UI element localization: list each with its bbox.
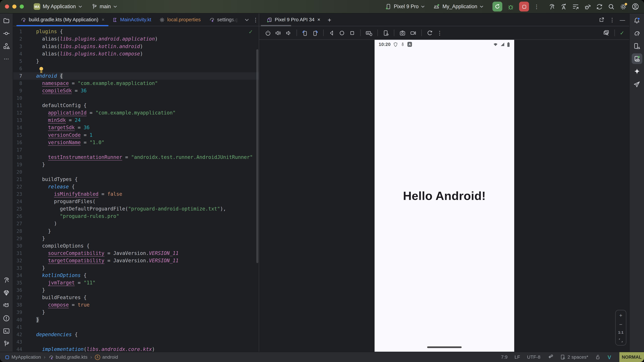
inspections-ok-icon[interactable]: ✓ xyxy=(248,29,253,35)
code-line[interactable]: 19 } xyxy=(13,161,258,168)
close-device-tab-icon[interactable]: × xyxy=(317,17,320,22)
close-tab-icon[interactable]: × xyxy=(102,17,104,22)
code-line[interactable]: 5} xyxy=(13,57,258,65)
code-editor[interactable]: 1plugins {2 alias(libs.plugins.android.a… xyxy=(13,26,258,352)
project-selector[interactable]: MA My Application xyxy=(34,3,82,10)
code-line[interactable]: 21 buildTypes { xyxy=(13,176,258,183)
code-line[interactable]: 11 defaultConfig { xyxy=(13,102,258,109)
code-line[interactable]: 24 proguardFiles( xyxy=(13,198,258,205)
code-line[interactable]: 29 } xyxy=(13,235,258,242)
power-icon[interactable] xyxy=(265,30,271,36)
device-tab[interactable]: Pixel 9 Pro API 34 × xyxy=(261,13,324,26)
zoom-in-button[interactable]: + xyxy=(619,313,622,318)
tab-build-gradle[interactable]: build.gradle.kts (My Application) × xyxy=(16,13,109,26)
code-line[interactable]: 7android { xyxy=(13,72,258,80)
stop-button[interactable] xyxy=(519,2,529,11)
project-folder-icon[interactable] xyxy=(3,17,10,24)
code-line[interactable]: 13 minSdk = 24 xyxy=(13,117,258,124)
add-device-tab-icon[interactable]: + xyxy=(328,16,331,23)
code-line[interactable]: 10 xyxy=(13,94,258,102)
line-separator[interactable]: LF xyxy=(514,355,520,360)
file-lock-icon[interactable] xyxy=(595,354,600,360)
commit-icon[interactable] xyxy=(3,29,10,37)
code-line[interactable]: 38 compose = true xyxy=(13,301,258,309)
editor-scrollbar[interactable] xyxy=(256,49,258,263)
settings-icon[interactable] xyxy=(620,3,627,10)
code-line[interactable]: 39 } xyxy=(13,309,258,316)
open-in-new-window-icon[interactable] xyxy=(599,17,604,22)
tab-settings-gradle[interactable]: settings.g xyxy=(205,13,242,26)
sync-icon[interactable] xyxy=(596,3,603,10)
problems-icon[interactable] xyxy=(3,314,10,322)
running-devices-icon[interactable] xyxy=(632,53,642,64)
ui-check-icon[interactable]: ✓ xyxy=(620,30,624,36)
code-line[interactable]: 25 getDefaultProguardFile("proguard-andr… xyxy=(13,205,258,213)
zoom-reset-button[interactable]: 1:1 xyxy=(618,331,624,335)
code-line[interactable]: 44 implementation(libs.androidx.core.ktx… xyxy=(13,346,258,352)
keyboard-input-icon[interactable] xyxy=(366,30,373,36)
tab-mainactivity[interactable]: MainActivity.kt xyxy=(109,13,156,26)
code-line[interactable]: 23 isMinifyEnabled = false xyxy=(13,190,258,198)
code-line[interactable]: 34 kotlinOptions { xyxy=(13,272,258,279)
panel-options-icon[interactable]: ⋮ xyxy=(610,16,615,23)
hidden-tabs-chevron-icon[interactable] xyxy=(245,18,249,21)
rotate-right-icon[interactable] xyxy=(312,30,318,36)
code-line[interactable]: 15 versionCode = 1 xyxy=(13,131,258,139)
minimize-window-button[interactable] xyxy=(12,4,16,8)
gesture-nav-pill[interactable] xyxy=(427,347,462,348)
code-line[interactable]: 18 testInstrumentationRunner = "androidx… xyxy=(13,153,258,161)
run-configuration-selector[interactable]: My_Application xyxy=(433,3,484,10)
build-hammer-icon[interactable] xyxy=(548,3,555,10)
close-window-button[interactable] xyxy=(5,4,9,8)
git-tool-icon[interactable] xyxy=(3,340,10,347)
attach-debugger-icon[interactable] xyxy=(584,3,591,10)
caret-position[interactable]: 7:9 xyxy=(501,355,508,360)
code-line[interactable]: 20 xyxy=(13,168,258,176)
rotate-left-icon[interactable] xyxy=(302,30,308,36)
code-line[interactable]: 12 applicationId = "com.example.myapplic… xyxy=(13,109,258,116)
code-line[interactable]: 26 "proguard-rules.pro" xyxy=(13,213,258,220)
code-line[interactable]: 16 versionName = "1.0" xyxy=(13,139,258,146)
gradle-elephant-icon[interactable] xyxy=(633,29,640,37)
plane-icon[interactable] xyxy=(633,80,640,88)
gemini-sparkle-icon[interactable] xyxy=(633,68,640,75)
vcs-branch-selector[interactable]: main xyxy=(91,3,117,10)
breadcrumb-file[interactable]: build.gradle.kts xyxy=(48,355,88,360)
code-line[interactable]: 8 namespace = "com.example.myapplication… xyxy=(13,80,258,87)
code-line[interactable]: 43 xyxy=(13,338,258,346)
code-line[interactable]: 4 alias(libs.plugins.kotlin.compose) xyxy=(13,50,258,57)
apply-changes-icon[interactable] xyxy=(560,3,567,10)
screen-record-icon[interactable] xyxy=(410,30,416,36)
indent-config[interactable]: 2 spaces* xyxy=(560,354,588,360)
code-line[interactable]: 36 } xyxy=(13,286,258,294)
logcat-cat-icon[interactable] xyxy=(3,302,10,309)
hide-panel-icon[interactable]: — xyxy=(620,16,625,23)
notifications-bell-icon[interactable] xyxy=(633,17,640,24)
file-encoding[interactable]: UTF-8 xyxy=(527,355,540,360)
code-line[interactable]: 35 jvmTarget = "11" xyxy=(13,279,258,286)
code-line[interactable]: 41 xyxy=(13,324,258,331)
device-selector[interactable]: Pixel 9 Pro xyxy=(385,3,425,10)
code-line[interactable]: 31 sourceCompatibility = JavaVersion.VER… xyxy=(13,250,258,257)
debug-button[interactable] xyxy=(507,3,514,10)
home-icon[interactable] xyxy=(339,30,345,36)
search-icon[interactable] xyxy=(608,3,615,10)
account-icon[interactable] xyxy=(632,3,639,10)
code-line[interactable]: 28 } xyxy=(13,227,258,235)
emulator-more-icon[interactable]: ⋮ xyxy=(437,30,442,36)
terminal-icon[interactable] xyxy=(3,327,10,335)
code-line[interactable]: 2 alias(libs.plugins.android.application… xyxy=(13,35,258,43)
volume-up-icon[interactable] xyxy=(275,30,282,36)
gem-icon[interactable] xyxy=(3,289,10,296)
rerun-button[interactable] xyxy=(492,2,502,11)
more-actions-icon[interactable]: ⋮ xyxy=(534,3,539,10)
zoom-fit-button[interactable] xyxy=(618,338,623,343)
device-settings-icon[interactable] xyxy=(383,30,389,36)
emulator-screen[interactable]: 10:20 A xyxy=(374,40,514,352)
profiler-icon[interactable] xyxy=(572,3,579,10)
zoom-window-button[interactable] xyxy=(20,4,24,8)
build-tool-icon[interactable] xyxy=(3,276,10,284)
code-line[interactable]: 17 xyxy=(13,146,258,153)
screenshot-icon[interactable] xyxy=(399,30,406,36)
code-line[interactable]: 30 compileOptions { xyxy=(13,242,258,250)
